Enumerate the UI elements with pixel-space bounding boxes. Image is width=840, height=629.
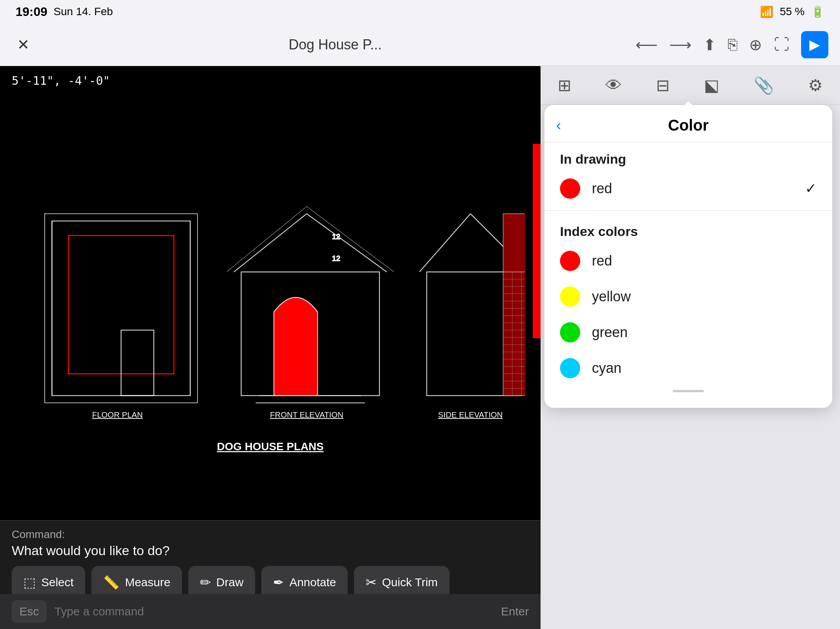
command-question: What would you like to do? bbox=[12, 543, 529, 558]
svg-text:DOG HOUSE PLANS: DOG HOUSE PLANS bbox=[217, 440, 324, 453]
command-input[interactable] bbox=[54, 605, 493, 618]
svg-text:12: 12 bbox=[332, 232, 340, 241]
save-button[interactable]: ⎘ bbox=[728, 36, 737, 53]
layers-tab[interactable]: ⊞ bbox=[554, 72, 575, 99]
battery-icon: 🔋 bbox=[811, 5, 824, 18]
toolbar-icons: ⟵ ⟶ ⬆ ⎘ ⊕ ⛶ ▶ bbox=[635, 31, 828, 58]
search-button[interactable]: ⊕ bbox=[749, 36, 762, 54]
panel-toggle-button[interactable]: ▶ bbox=[801, 31, 828, 58]
view-tab[interactable]: 👁 bbox=[602, 72, 626, 99]
status-bar: 19:09 Sun 14. Feb 📶 55 % 🔋 bbox=[0, 0, 840, 23]
color-popup: ‹ Color In drawing red ✓ Index colors re… bbox=[544, 105, 832, 408]
color-item-cyan[interactable]: cyan bbox=[544, 350, 832, 386]
color-item-yellow[interactable]: yellow bbox=[544, 279, 832, 314]
status-right: 📶 55 % 🔋 bbox=[760, 5, 824, 18]
close-button[interactable]: ✕ bbox=[12, 33, 35, 56]
scroll-indicator-dot bbox=[673, 390, 704, 392]
settings-tab[interactable]: ⚙ bbox=[804, 72, 827, 99]
svg-line-19 bbox=[420, 214, 471, 272]
red-color-dot bbox=[560, 178, 580, 199]
canvas-edge-indicator bbox=[533, 144, 541, 338]
index-cyan-name: cyan bbox=[592, 360, 817, 376]
svg-line-10 bbox=[307, 214, 387, 272]
status-date: Sun 14. Feb bbox=[54, 5, 113, 18]
quick-trim-label: Quick Trim bbox=[382, 576, 438, 589]
index-yellow-dot bbox=[560, 287, 580, 307]
blocks-tab[interactable]: ⬕ bbox=[700, 72, 723, 99]
draw-icon: ✏ bbox=[200, 575, 211, 590]
expand-button[interactable]: ⛶ bbox=[774, 36, 789, 53]
index-green-dot bbox=[560, 322, 580, 342]
measure-label: Measure bbox=[125, 576, 170, 589]
color-popup-title: Color bbox=[560, 117, 817, 134]
canvas-coordinates: 5'-11", -4'-0" bbox=[12, 74, 110, 87]
svg-rect-5 bbox=[121, 330, 154, 395]
svg-line-9 bbox=[234, 214, 306, 272]
properties-tab[interactable]: ⊟ bbox=[652, 72, 674, 99]
index-cyan-dot bbox=[560, 358, 580, 378]
svg-line-12 bbox=[307, 206, 394, 272]
attach-tab[interactable]: 📎 bbox=[750, 72, 778, 99]
index-yellow-name: yellow bbox=[592, 288, 817, 305]
svg-text:12: 12 bbox=[332, 254, 340, 262]
red-color-name: red bbox=[592, 180, 793, 197]
battery-label: 55 % bbox=[780, 5, 805, 18]
index-red-dot bbox=[560, 251, 580, 271]
svg-line-11 bbox=[227, 206, 307, 272]
quick-trim-icon: ✂ bbox=[366, 575, 376, 590]
share-button[interactable]: ⬆ bbox=[703, 36, 716, 54]
in-drawing-label: In drawing bbox=[544, 142, 832, 171]
annotate-icon: ✒ bbox=[273, 575, 284, 590]
top-toolbar: ✕ Dog House P... ⟵ ⟶ ⬆ ⎘ ⊕ ⛶ ▶ bbox=[0, 23, 840, 66]
close-icon: ✕ bbox=[17, 36, 30, 53]
svg-rect-21 bbox=[503, 272, 525, 395]
cad-drawing: FLOOR PLAN 12 12 FRONT ELEVATION bbox=[16, 105, 525, 555]
esc-button[interactable]: Esc bbox=[12, 600, 47, 623]
command-bar: Esc Enter bbox=[0, 594, 541, 629]
annotate-label: Annotate bbox=[289, 576, 336, 589]
chevron-right-icon: ▶ bbox=[809, 37, 820, 53]
index-colors-label: Index colors bbox=[544, 215, 832, 243]
svg-text:FLOOR PLAN: FLOOR PLAN bbox=[92, 410, 143, 419]
svg-text:SIDE ELEVATION: SIDE ELEVATION bbox=[438, 410, 503, 419]
popup-scroll-indicator bbox=[544, 386, 832, 396]
document-title: Dog House P... bbox=[35, 37, 635, 53]
command-label: Command: bbox=[12, 528, 529, 541]
draw-label: Draw bbox=[216, 576, 243, 589]
popup-separator bbox=[544, 210, 832, 211]
select-label: Select bbox=[41, 576, 74, 589]
status-time: 19:09 bbox=[16, 5, 47, 19]
index-red-name: red bbox=[592, 253, 817, 269]
color-item-green[interactable]: green bbox=[544, 314, 832, 350]
red-checkmark: ✓ bbox=[805, 180, 817, 197]
index-green-name: green bbox=[592, 324, 817, 341]
color-item-red-selected[interactable]: red ✓ bbox=[544, 171, 832, 206]
undo-button[interactable]: ⟵ bbox=[635, 36, 658, 54]
wifi-icon: 📶 bbox=[760, 5, 774, 18]
color-item-red[interactable]: red bbox=[544, 243, 832, 279]
color-popup-back-button[interactable]: ‹ bbox=[556, 117, 561, 134]
enter-button[interactable]: Enter bbox=[501, 605, 529, 618]
svg-text:FRONT ELEVATION: FRONT ELEVATION bbox=[270, 410, 343, 419]
select-icon: ⬚ bbox=[23, 575, 36, 590]
redo-button[interactable]: ⟶ bbox=[669, 36, 691, 54]
svg-rect-41 bbox=[503, 214, 525, 272]
measure-icon: 📏 bbox=[103, 575, 119, 590]
color-popup-header: ‹ Color bbox=[544, 105, 832, 142]
